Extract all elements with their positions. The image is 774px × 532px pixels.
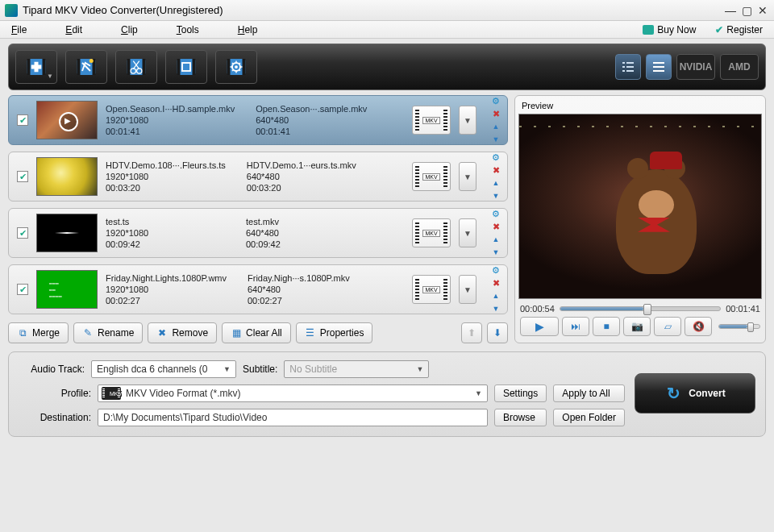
svg-rect-26: [626, 70, 634, 72]
menu-help[interactable]: Help: [238, 24, 258, 35]
subtitle-select[interactable]: No Subtitle: [284, 360, 429, 378]
row-settings-icon[interactable]: ⚙: [489, 264, 502, 276]
svg-rect-1: [27, 59, 31, 75]
source-filename: Friday.Night.Lights.1080P.wmv: [106, 273, 227, 283]
source-duration: 00:03:20: [106, 183, 226, 193]
app-icon: [5, 4, 18, 17]
file-row[interactable]: ✔ Friday.Night.Lights.1080P.wmv 1920*108…: [8, 264, 508, 314]
thumbnail[interactable]: [36, 214, 98, 252]
row-settings-icon[interactable]: ⚙: [489, 95, 502, 106]
move-down-button[interactable]: ⬇: [487, 322, 508, 343]
format-dropdown[interactable]: ▼: [459, 162, 476, 191]
preview-video[interactable]: [518, 114, 762, 299]
snapshot-button[interactable]: 📷: [623, 317, 651, 336]
add-file-button[interactable]: [15, 50, 57, 84]
source-resolution: 1920*1080: [106, 115, 235, 125]
svg-rect-18: [243, 59, 246, 75]
view-list-button[interactable]: [615, 54, 641, 80]
file-row[interactable]: ✔ Open.Season.I···HD.sample.mkv 1920*108…: [8, 95, 508, 145]
svg-rect-21: [622, 62, 625, 64]
row-remove-icon[interactable]: ✖: [489, 164, 502, 176]
step-button[interactable]: ⏭: [562, 317, 589, 336]
svg-rect-17: [227, 59, 231, 75]
file-row[interactable]: ✔ test.ts 1920*1080 00:09:42 test.mkv 64…: [8, 208, 508, 258]
source-resolution: 1920*1080: [106, 285, 227, 294]
rename-button[interactable]: ✎Rename: [73, 322, 143, 343]
clear-all-button[interactable]: ▦Clear All: [222, 322, 291, 343]
format-dropdown[interactable]: ▼: [459, 275, 476, 304]
thumbnail[interactable]: [36, 101, 98, 139]
apply-to-all-button[interactable]: Apply to All: [553, 384, 625, 402]
profile-select[interactable]: MKV MKV Video Format (*.mkv): [98, 384, 488, 402]
titlebar: Tipard MKV Video Converter(Unregistered)…: [0, 0, 774, 21]
row-up-icon[interactable]: ▲: [489, 177, 502, 189]
merge-button[interactable]: ⧉Merge: [8, 322, 69, 343]
remove-button[interactable]: ✖Remove: [148, 322, 217, 343]
minimize-button[interactable]: —: [724, 5, 737, 16]
row-checkbox[interactable]: ✔: [17, 227, 28, 239]
menu-tools[interactable]: Tools: [177, 24, 199, 35]
convert-button[interactable]: Convert: [635, 373, 755, 414]
row-up-icon[interactable]: ▲: [489, 290, 502, 301]
menu-edit[interactable]: Edit: [65, 24, 82, 35]
file-row[interactable]: ✔ HDTV.Demo.108···.Fleurs.ts.ts 1920*108…: [8, 152, 508, 202]
browse-button[interactable]: Browse: [494, 409, 547, 426]
thumbnail[interactable]: [36, 157, 98, 196]
source-resolution: 1920*1080: [106, 172, 226, 181]
crop-button[interactable]: [165, 50, 207, 84]
output-duration: 00:02:27: [248, 296, 367, 305]
svg-point-6: [89, 59, 94, 63]
view-detail-button[interactable]: [646, 54, 672, 80]
svg-rect-28: [653, 66, 664, 68]
svg-rect-29: [653, 70, 664, 72]
source-duration: 00:09:42: [106, 239, 225, 249]
fullscreen-button[interactable]: ▱: [654, 317, 681, 336]
play-button[interactable]: ▶: [520, 317, 559, 336]
source-duration: 00:02:27: [106, 296, 227, 305]
row-down-icon[interactable]: ▼: [489, 303, 502, 314]
mute-button[interactable]: 🔇: [685, 317, 712, 336]
open-folder-button[interactable]: Open Folder: [553, 409, 625, 426]
row-down-icon[interactable]: ▼: [489, 134, 502, 145]
row-down-icon[interactable]: ▼: [489, 190, 502, 202]
row-up-icon[interactable]: ▲: [489, 234, 502, 245]
row-settings-icon[interactable]: ⚙: [489, 152, 502, 163]
destination-input[interactable]: D:\My Documents\Tipard Studio\Video: [98, 409, 488, 426]
row-remove-icon[interactable]: ✖: [489, 277, 502, 289]
format-dropdown[interactable]: ▼: [459, 106, 476, 135]
properties-button[interactable]: ☰Properties: [296, 322, 373, 343]
thumbnail[interactable]: [36, 270, 98, 309]
preview-label: Preview: [518, 99, 762, 114]
row-settings-icon[interactable]: ⚙: [489, 208, 502, 219]
svg-rect-2: [43, 59, 46, 75]
buy-now-button[interactable]: Buy Now: [643, 24, 696, 35]
row-checkbox[interactable]: ✔: [17, 171, 28, 182]
move-up-button[interactable]: ⬆: [461, 322, 482, 343]
format-icon: MKV: [412, 275, 451, 304]
trim-button[interactable]: [115, 50, 157, 84]
menu-clip[interactable]: Clip: [121, 24, 138, 35]
svg-rect-9: [143, 59, 146, 75]
row-down-icon[interactable]: ▼: [489, 247, 502, 258]
maximize-button[interactable]: ▢: [740, 5, 753, 16]
row-checkbox[interactable]: ✔: [17, 114, 28, 126]
menu-file[interactable]: File: [11, 24, 27, 35]
register-button[interactable]: ✔Register: [715, 24, 763, 35]
time-total: 00:01:41: [726, 304, 760, 314]
toolbar: NVIDIA AMD: [8, 44, 766, 90]
settings-button[interactable]: Settings: [494, 384, 547, 402]
close-button[interactable]: ✕: [756, 5, 769, 16]
stop-button[interactable]: ■: [593, 317, 620, 336]
effects-button[interactable]: [65, 50, 107, 84]
svg-rect-14: [193, 59, 196, 75]
audio-track-select[interactable]: English dca 6 channels (0: [91, 360, 236, 378]
row-remove-icon[interactable]: ✖: [489, 108, 502, 119]
row-up-icon[interactable]: ▲: [489, 121, 502, 132]
volume-slider[interactable]: [718, 324, 760, 329]
output-filename: Open.Season···.sample.mkv: [256, 104, 375, 114]
row-checkbox[interactable]: ✔: [17, 284, 28, 295]
row-remove-icon[interactable]: ✖: [489, 221, 502, 232]
format-dropdown[interactable]: ▼: [459, 218, 476, 247]
preferences-button[interactable]: [215, 50, 257, 84]
seek-bar[interactable]: [560, 306, 721, 311]
